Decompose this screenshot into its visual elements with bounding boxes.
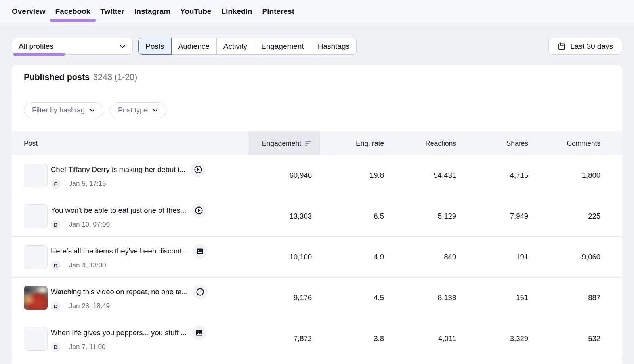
post-thumbnail-placeholder[interactable] — [24, 327, 48, 351]
table-row: When life gives you peppers... you stuff… — [12, 318, 622, 359]
video-play-icon — [191, 203, 206, 218]
view-tabs: Posts Audience Activity Engagement Hasht… — [138, 38, 357, 55]
engagement-value: 60,946 — [248, 171, 320, 180]
shares-value: 4,715 — [464, 171, 536, 180]
engagement-value: 10,100 — [248, 253, 320, 261]
card-title: Published posts — [24, 72, 90, 82]
channel-nav: Overview Facebook Twitter Instagram YouT… — [0, 0, 634, 23]
post-title[interactable]: Here's all the items they've been discon… — [51, 247, 187, 255]
comments-value: 1,800 — [536, 171, 608, 180]
image-post-icon — [193, 244, 207, 259]
post-type-dropdown[interactable]: Post type — [110, 102, 166, 118]
post-thumbnail-photo[interactable] — [24, 286, 48, 310]
engagement-value: 9,176 — [248, 293, 320, 302]
profile-badge: D — [51, 301, 61, 311]
chevron-down-icon — [152, 107, 158, 113]
post-date: Jan 4, 13:00 — [69, 261, 106, 269]
image-post-icon — [192, 326, 206, 340]
post-title[interactable]: You won't be able to eat just one of the… — [51, 206, 186, 215]
post-cell: Watching this video on repeat, no one ta… — [12, 285, 248, 311]
meta-divider — [65, 262, 65, 269]
video-play-icon — [191, 162, 205, 177]
eng-rate-value: 6.5 — [320, 212, 392, 221]
nav-item-facebook[interactable]: Facebook — [55, 0, 91, 23]
link-post-icon — [193, 285, 208, 299]
nav-item-linkedin[interactable]: LinkedIn — [221, 0, 252, 23]
reactions-value: 8,138 — [392, 293, 464, 302]
reactions-value: 4,011 — [392, 334, 464, 343]
card-header: Published posts 3243 (1-20) — [12, 65, 622, 90]
tab-posts[interactable]: Posts — [138, 38, 172, 55]
shares-value: 151 — [464, 293, 536, 302]
eng-rate-value: 4.9 — [320, 253, 392, 261]
chevron-down-icon — [89, 107, 95, 113]
post-title[interactable]: When life gives you peppers... you stuff… — [51, 328, 187, 337]
shares-value: 3,329 — [464, 334, 536, 343]
post-cell: Chef Tiffany Derry is making her debut i… — [12, 162, 248, 189]
nav-item-instagram[interactable]: Instagram — [134, 0, 170, 23]
post-date: Jan 10, 07:00 — [69, 221, 110, 229]
shares-value: 191 — [464, 253, 536, 261]
profile-select[interactable]: All profiles — [12, 38, 133, 55]
table-row: Watching this video on repeat, no one ta… — [12, 278, 622, 318]
reactions-value: 5,129 — [392, 212, 464, 221]
comments-value: 887 — [536, 293, 608, 302]
date-range-label: Last 30 days — [570, 42, 613, 51]
column-header-comments[interactable]: Comments — [536, 139, 608, 148]
filter-by-hashtag-dropdown[interactable]: Filter by hashtag — [24, 102, 103, 118]
table-row: Chef Tiffany Derry is making her debut i… — [12, 155, 622, 196]
nav-item-pinterest[interactable]: Pinterest — [262, 0, 294, 23]
column-header-eng-rate[interactable]: Eng. rate — [320, 139, 392, 148]
toolbar: All profiles Posts Audience Activity Eng… — [0, 38, 634, 55]
profile-badge: D — [51, 261, 61, 271]
nav-item-youtube[interactable]: YouTube — [180, 0, 211, 23]
post-thumbnail-placeholder[interactable] — [24, 164, 48, 187]
table-row: You won't be able to eat just one of the… — [12, 196, 622, 237]
post-title[interactable]: Watching this video on repeat, no one ta… — [51, 288, 188, 296]
nav-item-overview[interactable]: Overview — [12, 0, 46, 23]
table-row: Here's all the items they've been discon… — [12, 237, 622, 278]
post-cell: You won't be able to eat just one of the… — [12, 203, 248, 230]
profile-select-value: All profiles — [19, 42, 53, 51]
post-title[interactable]: Chef Tiffany Derry is making her debut i… — [51, 165, 185, 174]
chevron-down-icon — [119, 43, 126, 50]
shares-value: 7,949 — [464, 212, 536, 221]
post-thumbnail-placeholder[interactable] — [24, 245, 48, 269]
calendar-icon — [558, 42, 566, 50]
reactions-value: 54,431 — [392, 171, 464, 180]
eng-rate-value: 19.8 — [320, 171, 392, 180]
profile-badge: D — [51, 220, 61, 230]
engagement-value: 7,872 — [248, 334, 320, 343]
table-header: Post Engagement Eng. rate Reactions Shar… — [12, 131, 622, 155]
tab-hashtags[interactable]: Hashtags — [311, 38, 357, 55]
card-count: 3243 (1-20) — [93, 72, 137, 82]
tab-engagement[interactable]: Engagement — [254, 38, 311, 55]
nav-item-twitter[interactable]: Twitter — [100, 0, 124, 23]
meta-divider — [65, 343, 65, 351]
profile-badge: F — [51, 179, 61, 189]
tab-audience[interactable]: Audience — [171, 38, 217, 55]
eng-rate-value: 4.5 — [320, 293, 392, 302]
profile-badge: D — [51, 342, 61, 352]
meta-divider — [65, 303, 65, 310]
engagement-value: 13,303 — [248, 212, 320, 221]
reactions-value: 849 — [392, 253, 464, 261]
post-thumbnail-placeholder[interactable] — [24, 204, 48, 228]
date-range-button[interactable]: Last 30 days — [548, 38, 622, 55]
column-header-engagement[interactable]: Engagement — [248, 131, 320, 155]
filter-row: Filter by hashtag Post type — [12, 90, 622, 131]
post-cell: Here's all the items they've been discon… — [12, 244, 248, 271]
post-date: Jan 28, 18:49 — [69, 302, 110, 310]
comments-value: 9,060 — [536, 253, 608, 261]
post-cell: When life gives you peppers... you stuff… — [12, 326, 248, 352]
active-tab-underline — [50, 19, 96, 22]
column-header-reactions[interactable]: Reactions — [392, 139, 464, 148]
column-header-post: Post — [12, 139, 248, 148]
tab-activity[interactable]: Activity — [216, 38, 254, 55]
profile-select-accent-underline — [13, 53, 65, 56]
column-header-shares[interactable]: Shares — [464, 139, 536, 148]
sort-descending-icon — [305, 141, 312, 146]
post-date: Jan 7, 11:00 — [69, 343, 105, 351]
table-body: Chef Tiffany Derry is making her debut i… — [12, 155, 622, 364]
comments-value: 225 — [536, 212, 608, 221]
